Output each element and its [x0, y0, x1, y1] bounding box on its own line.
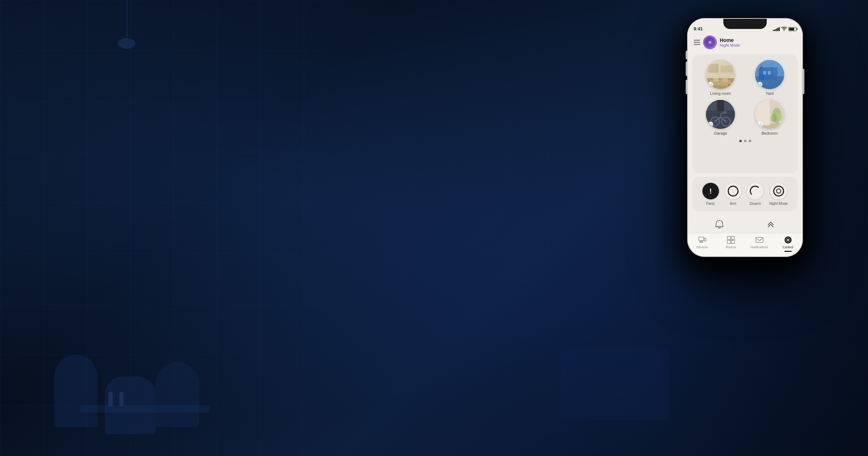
tab-rooms[interactable]: Rooms [716, 236, 745, 249]
night-mode-button[interactable]: Night Mode [769, 183, 788, 206]
phone-device: 9:41 [687, 18, 803, 257]
status-time: 9:41 [694, 26, 703, 31]
disarm-arc-icon [750, 186, 761, 197]
disarm-button[interactable]: Disarm [747, 183, 763, 206]
svg-point-54 [787, 239, 789, 241]
battery-icon [788, 27, 796, 31]
room-label-bedroom: Bedroom [762, 131, 778, 135]
header-subtitle: Night Mode [720, 43, 796, 47]
room-circle-living-room [706, 60, 735, 89]
room-status-yard [757, 82, 762, 87]
svg-rect-3 [708, 64, 719, 73]
panic-label: Panic [706, 202, 715, 206]
tab-bar: Devices Rooms [688, 233, 802, 256]
volume-down-button[interactable] [686, 80, 687, 94]
svg-rect-49 [756, 237, 763, 242]
phone-notch [723, 19, 767, 29]
arm-button[interactable]: Arm [725, 183, 741, 206]
svg-rect-45 [727, 236, 731, 240]
room-label-yard: Yard [766, 91, 774, 96]
svg-point-40 [719, 220, 720, 221]
rooms-grid: Living room [698, 60, 792, 135]
security-buttons: ! Panic Arm [699, 183, 791, 206]
room-item-living-room[interactable]: Living room [698, 60, 743, 96]
phone-screen: 9:41 [688, 19, 802, 256]
svg-rect-18 [763, 71, 766, 75]
volume-up-button[interactable] [686, 62, 687, 76]
lamp-cord [127, 0, 127, 36]
chair-silhouette-2 [156, 362, 199, 427]
panic-exclaim-icon: ! [710, 187, 712, 195]
svg-rect-2 [706, 60, 735, 78]
tab-devices[interactable]: Devices [688, 236, 716, 249]
svg-rect-47 [727, 240, 731, 244]
room-item-garage[interactable]: Garage [698, 100, 743, 135]
svg-rect-48 [731, 240, 735, 244]
tab-active-indicator [784, 251, 792, 252]
devices-icon [698, 236, 707, 244]
app-header: Home Night Mode [688, 35, 802, 51]
page-dots [698, 140, 792, 142]
security-card: ! Panic Arm [692, 177, 798, 211]
up-arrows-button[interactable] [763, 217, 778, 232]
svg-rect-44 [704, 238, 706, 241]
silent-button[interactable] [686, 51, 687, 59]
arm-circle-icon [728, 186, 739, 197]
svg-rect-15 [762, 67, 777, 80]
rooms-card: Living room [692, 54, 798, 173]
main-content: Living room [688, 51, 802, 214]
control-icon [784, 236, 792, 244]
night-mode-target-icon [773, 186, 784, 197]
signal-icon [773, 27, 780, 31]
svg-rect-19 [768, 71, 771, 75]
disarm-icon-wrap [747, 183, 763, 199]
notifications-icon [755, 236, 764, 244]
tab-control[interactable]: Control [774, 236, 802, 252]
rooms-icon [727, 236, 735, 244]
svg-point-10 [728, 84, 731, 87]
home-avatar[interactable] [704, 36, 716, 48]
room-item-yard[interactable]: Yard [747, 60, 792, 96]
battery-fill [789, 28, 794, 30]
room-item-bedroom[interactable]: Bedroom [747, 100, 792, 135]
arm-label: Arm [729, 202, 736, 206]
menu-icon[interactable] [694, 40, 700, 45]
panic-icon-wrap: ! [702, 183, 719, 199]
svg-point-0 [784, 30, 784, 31]
power-button[interactable] [803, 69, 804, 94]
tab-rooms-label: Rooms [726, 245, 736, 249]
page-dot-1[interactable] [739, 140, 742, 142]
page-dot-2[interactable] [744, 140, 746, 142]
night-mode-icon-wrap [770, 183, 787, 199]
phone-frame: 9:41 [687, 18, 803, 257]
room-circle-garage [706, 100, 735, 129]
svg-rect-20 [773, 67, 778, 75]
disarm-label: Disarm [749, 202, 761, 206]
arm-icon-wrap [725, 183, 741, 199]
night-mode-label: Night Mode [769, 202, 788, 206]
bottom-actions [688, 214, 802, 233]
room-status-bedroom [757, 122, 762, 127]
bell-button[interactable] [712, 217, 727, 232]
tab-control-label: Control [783, 245, 793, 249]
app-screen: 9:41 [688, 19, 802, 256]
table-silhouette [80, 405, 210, 413]
svg-rect-4 [720, 66, 733, 73]
chevron-up-double-icon [767, 220, 775, 229]
svg-rect-43 [699, 242, 703, 243]
page-dot-3[interactable] [749, 140, 751, 142]
chair-silhouette-1 [54, 355, 98, 427]
tab-notifications[interactable]: Notifications [745, 236, 774, 249]
room-label-garage: Garage [714, 131, 727, 135]
panic-button[interactable]: ! Panic [702, 183, 719, 206]
svg-marker-17 [759, 66, 764, 69]
svg-rect-41 [699, 237, 704, 241]
room-status-living [708, 82, 713, 87]
header-text: Home Night Mode [720, 37, 796, 48]
room-status-garage [708, 122, 713, 127]
wifi-icon [781, 27, 787, 31]
bell-icon [715, 220, 723, 229]
tab-notifications-label: Notifications [750, 245, 768, 249]
glass-2 [119, 392, 124, 406]
svg-rect-42 [700, 241, 702, 242]
